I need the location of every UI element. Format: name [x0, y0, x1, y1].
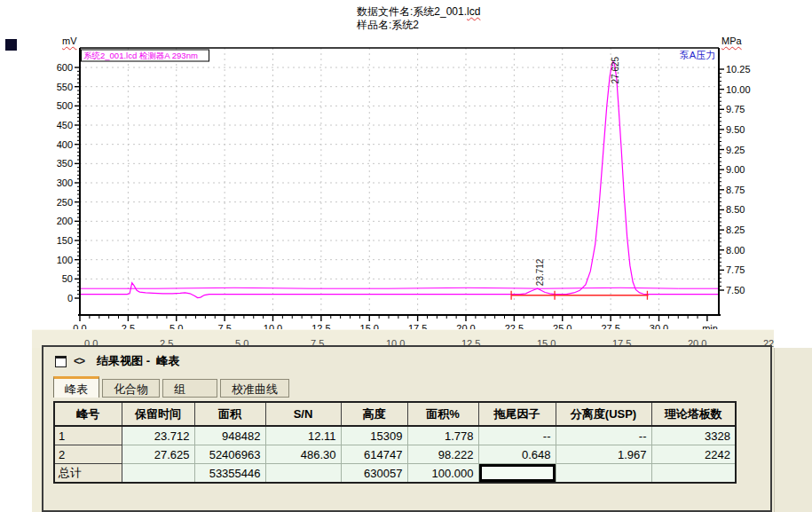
svg-text:400: 400	[57, 139, 73, 150]
svg-text:8.50: 8.50	[726, 204, 745, 215]
svg-text:350: 350	[57, 158, 73, 169]
table-cell[interactable]	[556, 464, 651, 484]
pressure-trace-label: 泵A压力	[680, 50, 715, 60]
svg-text:500: 500	[57, 100, 73, 111]
svg-text:300: 300	[57, 177, 73, 188]
column-header[interactable]: 保留时间	[122, 402, 194, 426]
table-cell[interactable]: 3328	[651, 426, 736, 445]
table-cell[interactable]	[265, 464, 341, 484]
table-cell[interactable]: 1.967	[556, 445, 651, 464]
table-cell[interactable]: 15309	[341, 426, 407, 445]
table-cell[interactable]: 614747	[341, 445, 407, 464]
trace-legend: 系统2_001.lcd 检测器A 293nm	[82, 50, 209, 61]
right-side-panel	[774, 348, 812, 512]
svg-text:8.25: 8.25	[726, 224, 745, 235]
tab-1[interactable]: 峰表	[53, 376, 99, 398]
signal-trace	[80, 62, 719, 298]
svg-text:9.25: 9.25	[726, 145, 745, 155]
svg-text:0: 0	[67, 293, 73, 303]
svg-text:9.50: 9.50	[726, 124, 745, 135]
peak-table: 峰号保留时间面积S/N高度面积%拖尾因子分离度(USP)理论塔板数123.712…	[53, 401, 737, 484]
results-view-window[interactable]: <> 结果视图 - 峰表 峰表化合物组校准曲线 峰号保留时间面积S/N高度面积%…	[42, 345, 772, 512]
table-cell[interactable]: 486.30	[265, 445, 341, 464]
results-window-title: 结果视图 - 峰表	[97, 353, 179, 369]
peak-retention-label: 23.712	[535, 258, 545, 286]
svg-text:10.25: 10.25	[726, 64, 751, 75]
chromatogram-chart: 0501001502002503003504004505005506000.02…	[0, 0, 812, 330]
table-cell[interactable]: 100.000	[407, 464, 478, 484]
svg-text:9.75: 9.75	[726, 104, 745, 114]
detach-window-icon[interactable]: <>	[74, 355, 84, 367]
svg-text:600: 600	[57, 62, 73, 73]
svg-text:7.50: 7.50	[726, 285, 745, 295]
svg-text:9.00: 9.00	[726, 164, 745, 175]
table-cell[interactable]: 23.712	[122, 426, 194, 445]
column-header[interactable]: 高度	[341, 402, 407, 426]
table-cell[interactable]: 53355446	[194, 464, 265, 484]
svg-text:7.75: 7.75	[726, 264, 745, 275]
results-window-titlebar: <> 结果视图 - 峰表	[55, 353, 179, 369]
table-row: 123.71294848212.11153091.778----3328	[54, 426, 736, 445]
svg-text:8.75: 8.75	[726, 185, 745, 195]
svg-text:100: 100	[57, 255, 73, 265]
table-cell[interactable]: 2242	[651, 445, 736, 464]
column-header[interactable]: 面积	[194, 402, 265, 426]
table-cell[interactable]: 12.11	[265, 426, 341, 445]
table-cell[interactable]: 27.625	[122, 445, 194, 464]
table-cell[interactable]: 630057	[341, 464, 407, 484]
row-header-cell[interactable]: 总计	[54, 464, 122, 484]
table-row: 227.62552406963486.3061474798.2220.6481.…	[54, 445, 736, 464]
table-cell[interactable]: --	[478, 426, 556, 445]
column-header[interactable]: S/N	[265, 402, 341, 426]
column-header[interactable]: 分离度(USP)	[556, 402, 651, 426]
table-cell[interactable]: 0.648	[478, 445, 556, 464]
table-cell[interactable]: 1.778	[407, 426, 478, 445]
row-header-cell[interactable]: 2	[54, 445, 122, 464]
svg-text:系统2_001.lcd 检测器A 293nm: 系统2_001.lcd 检测器A 293nm	[83, 51, 198, 60]
svg-text:8.00: 8.00	[726, 245, 745, 256]
integration-baseline	[511, 291, 648, 300]
table-cell[interactable]: --	[556, 426, 651, 445]
svg-text:450: 450	[57, 120, 73, 130]
table-cell[interactable]: 98.222	[407, 445, 478, 464]
peak-retention-label: 27.625	[611, 56, 620, 83]
table-cell[interactable]: 948482	[194, 426, 265, 445]
tab-4[interactable]: 校准曲线	[220, 379, 289, 398]
svg-text:250: 250	[57, 197, 73, 208]
column-header[interactable]: 峰号	[54, 402, 122, 426]
column-header[interactable]: 理论塔板数	[651, 402, 736, 426]
tab-3[interactable]: 组	[162, 379, 217, 398]
pressure-trace	[80, 288, 719, 288]
svg-text:550: 550	[57, 82, 73, 92]
table-cell[interactable]	[651, 464, 736, 484]
table-cell[interactable]: 52406963	[194, 445, 265, 464]
results-tab-bar: 峰表化合物组校准曲线	[53, 376, 289, 398]
tab-2[interactable]: 化合物	[102, 379, 160, 398]
svg-text:200: 200	[57, 216, 73, 226]
peak-table-container: 峰号保留时间面积S/N高度面积%拖尾因子分离度(USP)理论塔板数123.712…	[53, 401, 737, 484]
row-header-cell[interactable]: 1	[54, 426, 122, 445]
svg-text:10.00: 10.00	[726, 84, 751, 95]
column-header[interactable]: 拖尾因子	[478, 402, 556, 426]
table-cell[interactable]	[122, 464, 194, 484]
restore-window-icon[interactable]	[55, 356, 67, 367]
svg-text:50: 50	[62, 273, 73, 284]
table-row: 总计53355446630057100.000	[54, 464, 736, 484]
svg-text:150: 150	[57, 235, 73, 246]
table-cell[interactable]	[478, 464, 556, 484]
column-header[interactable]: 面积%	[407, 402, 478, 426]
